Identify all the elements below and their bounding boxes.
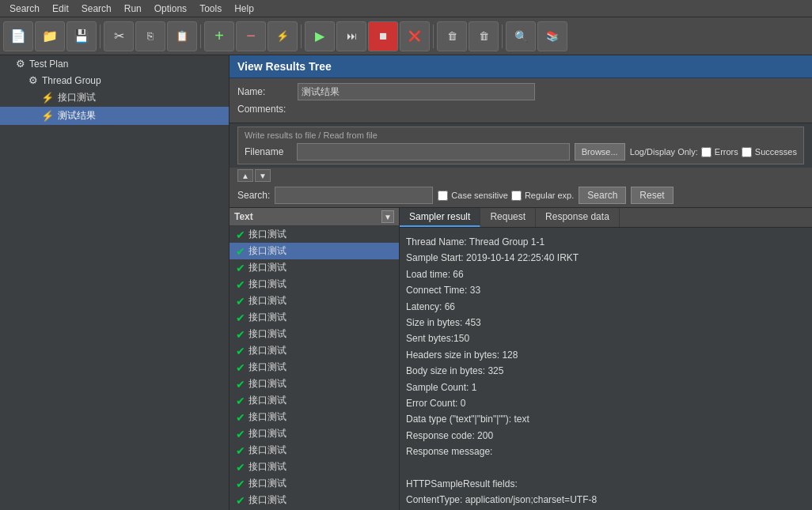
sep2 bbox=[200, 25, 201, 48]
result-line: Data type ("text"|"bin"|""): text bbox=[406, 411, 806, 427]
tree-list-item[interactable]: ✔接口测试 bbox=[230, 376, 399, 392]
arrow-up-button[interactable]: ▲ bbox=[237, 169, 253, 182]
result-line: HTTPSampleResult fields: bbox=[406, 476, 806, 492]
tree-item-label: 接口测试 bbox=[249, 361, 286, 374]
tree-item-label: 接口测试 bbox=[249, 377, 286, 391]
result-tab-request[interactable]: Request bbox=[480, 208, 536, 227]
tree-list-item[interactable]: ✔接口测试 bbox=[230, 442, 399, 459]
check-icon: ✔ bbox=[236, 328, 245, 341]
sidebar-jiekou-label: 接口测试 bbox=[58, 91, 96, 104]
tree-list-item[interactable]: ✔接口测试 bbox=[230, 276, 399, 293]
tree-list-item[interactable]: ✔接口测试 bbox=[230, 459, 399, 475]
copy-button[interactable]: ⎘ bbox=[135, 21, 165, 51]
panel-title: View Results Tree bbox=[237, 60, 332, 73]
paste-button[interactable]: 📋 bbox=[167, 21, 197, 51]
menu-search2[interactable]: Search bbox=[75, 2, 118, 16]
arrow-controls: ▲ ▼ bbox=[230, 168, 812, 183]
start-no-pause-button[interactable]: ⏭ bbox=[336, 21, 366, 51]
arrow-down-button[interactable]: ▼ bbox=[255, 169, 271, 182]
check-icon: ✔ bbox=[236, 395, 245, 407]
name-input[interactable] bbox=[298, 83, 535, 100]
search-label: Search: bbox=[237, 190, 270, 201]
tree-header-label: Text bbox=[234, 211, 253, 222]
tree-item-label: 接口测试 bbox=[249, 244, 286, 258]
menu-tools[interactable]: Tools bbox=[193, 2, 228, 16]
file-section-title: Write results to file / Read from file bbox=[245, 130, 797, 140]
result-line: Latency: 66 bbox=[406, 299, 806, 315]
open-button[interactable]: 📁 bbox=[35, 21, 65, 51]
sidebar-threadgroup-label: Thread Group bbox=[42, 75, 101, 86]
result-tab-sampler-result[interactable]: Sampler result bbox=[400, 208, 480, 227]
tree-list-item[interactable]: ✔接口测试 bbox=[230, 259, 399, 276]
toggle-button[interactable]: ⚡ bbox=[268, 21, 298, 51]
shutdown-button[interactable]: ❌ bbox=[400, 21, 430, 51]
tree-panel: Text ▼ ✔接口测试✔接口测试✔接口测试✔接口测试✔接口测试✔接口测试✔接口… bbox=[230, 208, 400, 510]
help-button[interactable]: 📚 bbox=[537, 21, 567, 51]
tree-list-item[interactable]: ✔接口测试 bbox=[230, 342, 399, 359]
remove-button[interactable]: − bbox=[236, 21, 266, 51]
search-toolbar-button[interactable]: 🔍 bbox=[506, 21, 536, 51]
tree-list-item[interactable]: ✔接口测试 bbox=[230, 226, 399, 243]
cut-button[interactable]: ✂ bbox=[104, 21, 134, 51]
start-button[interactable]: ▶ bbox=[305, 21, 335, 51]
case-sensitive-checkbox[interactable] bbox=[438, 191, 448, 201]
sidebar-item-results[interactable]: ⚡ 测试结果 bbox=[0, 107, 229, 125]
search-row: Search: Case sensitive Regular exp. Sear… bbox=[230, 183, 812, 208]
result-line: Sent bytes:150 bbox=[406, 331, 806, 346]
result-content: Thread Name: Thread Group 1-1Sample Star… bbox=[400, 228, 812, 510]
tree-list-item[interactable]: ✔接口测试 bbox=[230, 392, 399, 409]
log-display-group: Log/Display Only: Errors Successes bbox=[630, 147, 797, 157]
check-icon: ✔ bbox=[236, 295, 245, 308]
comments-label: Comments: bbox=[237, 104, 293, 115]
tree-item-label: 接口测试 bbox=[249, 427, 286, 440]
tree-list-item[interactable]: ✔接口测试 bbox=[230, 243, 399, 259]
add-button[interactable]: + bbox=[204, 21, 234, 51]
filename-input[interactable] bbox=[297, 143, 570, 161]
sidebar-item-threadgroup[interactable]: ⚙ Thread Group bbox=[0, 72, 229, 89]
result-line: Load time: 66 bbox=[406, 266, 806, 282]
case-sensitive-group: Case sensitive Regular exp. bbox=[438, 191, 574, 201]
check-icon: ✔ bbox=[236, 411, 245, 424]
menu-edit[interactable]: Edit bbox=[46, 2, 75, 16]
tree-list-item[interactable]: ✔接口测试 bbox=[230, 475, 399, 492]
sidebar-item-testplan[interactable]: ⚙ Test Plan bbox=[0, 55, 229, 72]
tree-list-item[interactable]: ✔接口测试 bbox=[230, 425, 399, 442]
menu-run[interactable]: Run bbox=[118, 2, 148, 16]
browse-button[interactable]: Browse... bbox=[575, 143, 625, 161]
tree-list-item[interactable]: ✔接口测试 bbox=[230, 359, 399, 376]
comments-row: Comments: bbox=[237, 104, 804, 115]
clear-all-button[interactable]: 🗑 bbox=[469, 21, 499, 51]
tree-list-item[interactable]: ✔接口测试 bbox=[230, 309, 399, 326]
panel-header: View Results Tree bbox=[230, 55, 812, 78]
sidebar-item-jiekou[interactable]: ⚡ 接口测试 bbox=[0, 89, 229, 107]
check-icon: ✔ bbox=[236, 345, 245, 357]
stop-button[interactable]: ⏹ bbox=[368, 21, 398, 51]
errors-checkbox[interactable] bbox=[701, 147, 711, 157]
tree-dropdown-button[interactable]: ▼ bbox=[381, 210, 394, 223]
successes-checkbox[interactable] bbox=[742, 147, 752, 157]
tree-list-item[interactable]: ✔接口测试 bbox=[230, 409, 399, 425]
clear-button[interactable]: 🗑 bbox=[437, 21, 467, 51]
result-line: Size in bytes: 453 bbox=[406, 315, 806, 331]
reset-button[interactable]: Reset bbox=[631, 187, 673, 204]
tree-list-item[interactable]: ✔接口测试 bbox=[230, 326, 399, 342]
menu-search[interactable]: Search bbox=[3, 2, 46, 16]
tree-list-item[interactable]: ✔接口测试 bbox=[230, 492, 399, 508]
tree-list-item[interactable]: ✔接口测试 bbox=[230, 293, 399, 309]
search-button[interactable]: Search bbox=[579, 187, 626, 204]
search-input[interactable] bbox=[275, 187, 433, 204]
tree-item-label: 接口测试 bbox=[249, 294, 286, 308]
menu-options[interactable]: Options bbox=[148, 2, 193, 16]
menu-help[interactable]: Help bbox=[228, 2, 260, 16]
result-line: Headers size in bytes: 128 bbox=[406, 347, 806, 363]
save-button[interactable]: 💾 bbox=[66, 21, 97, 51]
result-line: ContentType: application/json;charset=UT… bbox=[406, 492, 806, 508]
result-tab-response-data[interactable]: Response data bbox=[536, 208, 620, 227]
log-display-label: Log/Display Only: bbox=[630, 147, 698, 157]
regular-exp-checkbox[interactable] bbox=[511, 191, 522, 201]
new-test-plan-button[interactable]: 📄 bbox=[3, 21, 33, 51]
result-tabs: Sampler resultRequestResponse data bbox=[400, 208, 812, 228]
check-icon: ✔ bbox=[236, 312, 245, 324]
check-icon: ✔ bbox=[236, 378, 245, 391]
case-sensitive-label: Case sensitive bbox=[451, 191, 508, 200]
